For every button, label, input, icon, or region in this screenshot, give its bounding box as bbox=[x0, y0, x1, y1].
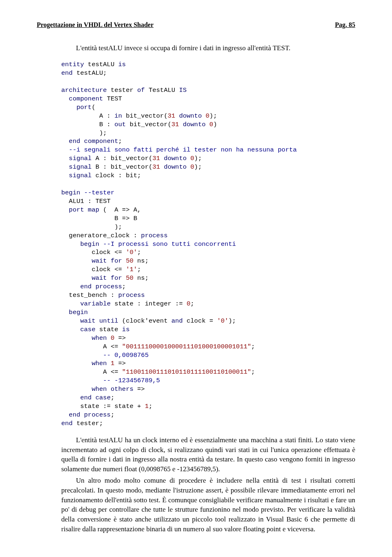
paragraph-2: L'entità testALU ha un clock interno ed … bbox=[61, 435, 355, 474]
intro-text: L'entità testALU invece si occupa di for… bbox=[76, 44, 290, 52]
page-header: Progettazione in VHDL del Vertex Shader … bbox=[37, 20, 355, 29]
para3-text: Un altro modo molto comune di procedere … bbox=[61, 477, 355, 533]
intro-paragraph: L'entità testALU invece si occupa di for… bbox=[61, 43, 355, 53]
paragraph-3: Un altro modo molto comune di procedere … bbox=[61, 476, 355, 534]
para2-text: L'entità testALU ha un clock interno ed … bbox=[61, 436, 355, 473]
vhdl-code-listing: entity testALU is end testALU; architect… bbox=[61, 60, 355, 428]
page-body: L'entità testALU invece si occupa di for… bbox=[37, 43, 355, 534]
header-page: Pag. 85 bbox=[335, 20, 355, 29]
header-title: Progettazione in VHDL del Vertex Shader bbox=[37, 20, 154, 29]
